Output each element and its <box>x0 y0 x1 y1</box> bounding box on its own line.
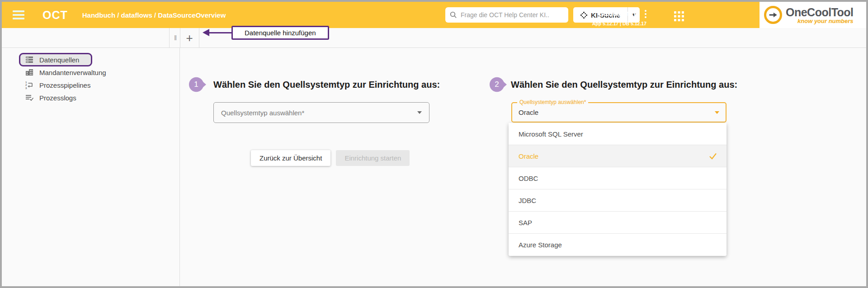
option-label: SAP <box>519 219 532 227</box>
option-azure-storage[interactable]: Azure Storage <box>509 234 726 256</box>
step-1-marker: 1 <box>189 76 206 93</box>
search-input[interactable] <box>461 11 564 19</box>
option-label: Oracle <box>519 152 538 160</box>
back-to-overview-button[interactable]: Zurück zur Übersicht <box>251 150 330 166</box>
step-2-marker: 2 <box>490 76 507 93</box>
help-search-box[interactable] <box>445 7 568 23</box>
add-datasource-button[interactable]: + <box>181 28 198 47</box>
header-amber-section: OCT Handbuch / dataflows / DataSourceOve… <box>2 2 760 28</box>
select-placeholder: Quellsystemtyp auswählen* <box>221 109 417 117</box>
select-floating-label: Quellsystemtyp auswählen* <box>517 99 588 105</box>
logo-text-column: OneCoolTool know your numbers <box>786 6 854 24</box>
search-icon <box>450 11 457 19</box>
app-window: OCT Handbuch / dataflows / DataSourceOve… <box>0 0 868 288</box>
main-content: 1 Wählen Sie den Quellsystemtyp zur Einr… <box>180 48 866 286</box>
annotation-callout: Datenquelle hinzufügen <box>231 26 329 40</box>
brand-logo: OneCoolTool know your numbers <box>760 2 866 28</box>
start-setup-button[interactable]: Einrichtung starten <box>336 150 410 166</box>
logo-tagline: know your numbers <box>797 18 854 24</box>
hamburger-menu-icon[interactable] <box>13 10 24 19</box>
chevron-down-icon <box>715 111 719 114</box>
option-microsoft-sql-server[interactable]: Microsoft SQL Server <box>509 123 726 145</box>
option-label: JDBC <box>519 197 536 204</box>
divider <box>199 28 199 47</box>
logo-name: OneCoolTool <box>786 6 854 18</box>
step-1-number: 1 <box>189 76 203 93</box>
sidebar-item-prozesspipelines[interactable]: 123 Prozesspipelines <box>2 79 179 91</box>
tab-strip: ‖ + <box>2 28 866 48</box>
logo-ring-icon <box>764 6 782 24</box>
select-options-panel: Microsoft SQL Server Oracle ODBC JDBC SA… <box>509 123 726 256</box>
quellsystemtyp-select-open[interactable]: Quellsystemtyp auswählen* Oracle <box>511 102 726 123</box>
option-jdbc[interactable]: JDBC <box>509 189 726 212</box>
sidebar-item-label: Datenquellen <box>39 56 79 64</box>
playlist-check-icon <box>25 93 34 102</box>
option-label: Azure Storage <box>519 241 562 249</box>
step-1-buttons: Zurück zur Übersicht Einrichtung starten <box>251 150 410 166</box>
storage-icon <box>25 55 34 64</box>
kebab-menu-icon[interactable] <box>645 10 646 18</box>
apps-grid-icon[interactable] <box>674 11 684 22</box>
app-title: OCT <box>42 9 68 22</box>
version-text: App 5.12.17 | DB 5.12.17 <box>592 21 646 26</box>
active-item-highlight: Datenquellen <box>19 53 92 66</box>
arrow-line <box>209 32 231 33</box>
sidebar-item-datenquellen[interactable]: Datenquellen <box>2 53 179 66</box>
sidebar: Datenquellen Mandantenverwaltung <box>2 48 180 286</box>
sidebar-item-mandantenverwaltung[interactable]: Mandantenverwaltung <box>2 66 179 79</box>
option-odbc[interactable]: ODBC <box>509 167 726 189</box>
header-bar: OCT Handbuch / dataflows / DataSourceOve… <box>2 2 866 28</box>
option-oracle[interactable]: Oracle <box>509 145 726 167</box>
pane-resize-handle[interactable]: ‖ <box>171 28 180 47</box>
option-label: ODBC <box>519 175 538 182</box>
check-icon <box>708 151 717 161</box>
building-icon <box>25 68 34 77</box>
select-value: Oracle <box>519 109 715 116</box>
chevron-down-icon <box>417 111 422 114</box>
divider <box>180 28 180 47</box>
arrow-left-icon <box>203 29 209 36</box>
step-2-heading: Wählen Sie den Quellsystemtyp zur Einric… <box>511 80 737 90</box>
user-area: W10\admin App 5.12.17 | DB 5.12.17 <box>567 2 648 28</box>
username[interactable]: W10\admin <box>598 9 636 18</box>
sidebar-item-prozesslogs[interactable]: Prozesslogs <box>2 91 179 104</box>
annotation-box: Datenquelle hinzufügen <box>231 26 329 40</box>
divider <box>169 28 170 47</box>
body: Datenquellen Mandantenverwaltung <box>2 48 866 286</box>
step-1-heading: Wählen Sie den Quellsystemtyp zur Einric… <box>213 80 440 90</box>
sidebar-item-label: Prozesspipelines <box>39 81 90 89</box>
option-sap[interactable]: SAP <box>509 212 726 234</box>
quellsystemtyp-select-empty[interactable]: Quellsystemtyp auswählen* <box>213 102 429 123</box>
sidebar-item-label: Prozesslogs <box>39 94 76 102</box>
breadcrumb: Handbuch / dataflows / DataSourceOvervie… <box>82 11 226 19</box>
option-label: Microsoft SQL Server <box>519 130 583 138</box>
annotation-label: Datenquelle hinzufügen <box>245 29 316 37</box>
sidebar-item-label: Mandantenverwaltung <box>39 69 106 76</box>
step-2-number: 2 <box>490 76 504 93</box>
svg-text:3: 3 <box>25 86 27 90</box>
numbered-pipeline-icon: 123 <box>25 80 34 90</box>
